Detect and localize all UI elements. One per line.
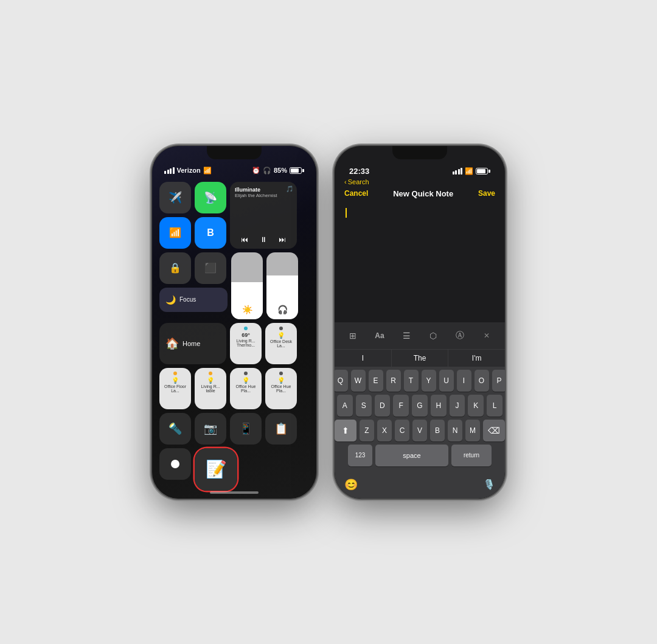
wifi-tile[interactable]: 📶 [159,217,191,249]
key-d[interactable]: D [375,395,391,417]
focus-tile[interactable]: 🌙 Focus [159,288,228,312]
status-bar-left: Verizon 📶 ⏰ 🎧 85% [152,159,316,177]
back-button[interactable]: ‹ Search [344,178,495,185]
screen-mirror-tile[interactable]: ⬛ [195,252,226,284]
microphone-button[interactable]: 🎙️ [483,479,495,490]
office-desk-lamp-tile[interactable]: 💡 Office Desk La... [265,323,297,364]
key-k[interactable]: K [468,395,484,417]
signal-icon [164,167,175,174]
note-editor[interactable] [335,202,505,322]
key-l[interactable]: L [487,395,502,417]
key-z[interactable]: Z [360,420,374,441]
save-button[interactable]: Save [478,189,495,198]
camera-tool-icon[interactable]: ⬡ [425,327,442,344]
bar2 [167,170,169,174]
close-toolbar-button[interactable]: ✕ [478,327,495,344]
return-key[interactable]: return [451,445,492,466]
key-c[interactable]: C [395,420,409,441]
screen-row: 🔒 ⬛ [159,252,228,284]
keyboard-row-q: Q W E R T Y U I O P [337,370,502,392]
brightness-slider[interactable]: ☀️ [231,252,263,319]
key-a[interactable]: A [337,395,353,417]
table-tool-icon[interactable]: ⊞ [344,327,361,344]
add-list-icon: 📋 [274,422,288,435]
thermostat-tile[interactable]: 69° Living R... Thermo... [230,323,262,364]
key-r[interactable]: R [386,370,401,392]
play-pause-icon[interactable]: ⏸ [260,235,267,244]
key-e[interactable]: E [369,370,383,392]
list-tool-icon[interactable]: ☰ [398,327,415,344]
key-t[interactable]: T [404,370,419,392]
pred-word-2[interactable]: The [392,350,449,367]
key-y[interactable]: Y [422,370,436,392]
key-i[interactable]: I [457,370,471,392]
left-screen: Verizon 📶 ⏰ 🎧 85% [152,146,316,499]
key-j[interactable]: J [450,395,465,417]
key-v[interactable]: V [412,420,427,441]
key-s[interactable]: S [356,395,372,417]
keyboard-row-z: ⬆ Z X C V B N M ⌫ [337,420,502,441]
link-tool-icon[interactable]: Ⓐ [451,327,468,344]
desk-name: Office Desk La... [268,339,294,348]
key-m[interactable]: M [465,420,480,441]
pred-word-1[interactable]: I [335,350,392,367]
prev-icon[interactable]: ⏮ [241,235,248,244]
delete-key[interactable]: ⌫ [483,420,505,441]
quick-note-tile[interactable]: 📝 [195,448,237,491]
office-hue-1-tile[interactable]: 💡 Office Hue Pla... [230,368,262,409]
numbers-key[interactable]: 123 [348,445,372,466]
music-title: Illuminate [235,187,292,193]
next-icon[interactable]: ⏭ [279,235,286,244]
cancel-button[interactable]: Cancel [344,189,368,198]
alarm-icon: ⏰ [252,167,260,175]
key-w[interactable]: W [351,370,366,392]
bar4 [173,167,175,174]
key-x[interactable]: X [377,420,392,441]
hue1-name: Office Hue Pla... [232,384,259,393]
key-o[interactable]: O [474,370,489,392]
living-room-table-tile[interactable]: 💡 Living R... table [195,368,226,409]
quick-note-icon: 📝 [206,459,227,479]
hue2-dot [279,372,283,375]
notes-shortcut-tile[interactable]: 📋 [265,413,297,445]
bluetooth-tile[interactable]: B [195,217,226,249]
key-u[interactable]: U [439,370,454,392]
battery-body-right [476,168,488,175]
remote-tile[interactable]: 📱 [230,413,262,445]
notch-right [392,146,447,159]
bluetooth-icon: B [207,227,214,238]
status-icons-right: 📶 [453,167,491,175]
key-n[interactable]: N [448,420,462,441]
office-hue-2-tile[interactable]: 💡 Office Hue Pla... [265,368,297,409]
music-player-tile[interactable]: 🎵 Illuminate Elijah the Alchemist ⏮ ⏸ ⏭ [230,182,297,249]
key-p[interactable]: P [492,370,506,392]
table-icon: 💡 [207,377,214,384]
emoji-button[interactable]: 😊 [344,478,358,491]
airplane-mode-tile[interactable]: ✈️ [159,182,191,213]
shift-key[interactable]: ⬆ [335,420,356,441]
screen-rotate-tile[interactable]: 🔒 [159,252,191,284]
carrier-info: Verizon 📶 [164,167,212,175]
key-h[interactable]: H [431,395,447,417]
font-tool-icon[interactable]: Aa [371,327,388,344]
remote-icon: 📱 [239,422,252,435]
control-center-grid: ✈️ 📡 📶 B [152,177,316,496]
home-tile[interactable]: 🏠 Home [159,323,226,364]
record-tile[interactable] [159,448,191,480]
volume-slider[interactable]: 🎧 [266,252,298,319]
cellular-tile[interactable]: 📡 [195,182,226,213]
flashlight-tile[interactable]: 🔦 [159,413,191,445]
bar3-r [458,169,460,175]
key-f[interactable]: F [393,395,409,417]
bar4-r [461,168,462,175]
camera-tile[interactable]: 📷 [195,413,226,445]
space-key[interactable]: space [375,445,448,466]
predictive-bar: I The I'm [335,349,505,367]
desk-dot [279,327,283,330]
key-b[interactable]: B [430,420,445,441]
key-q[interactable]: Q [335,370,348,392]
key-g[interactable]: G [412,395,428,417]
right-phone: 22:33 📶 [335,146,505,499]
pred-word-3[interactable]: I'm [448,350,505,367]
office-floor-lamp-tile[interactable]: 💡 Office Floor La... [159,368,191,409]
